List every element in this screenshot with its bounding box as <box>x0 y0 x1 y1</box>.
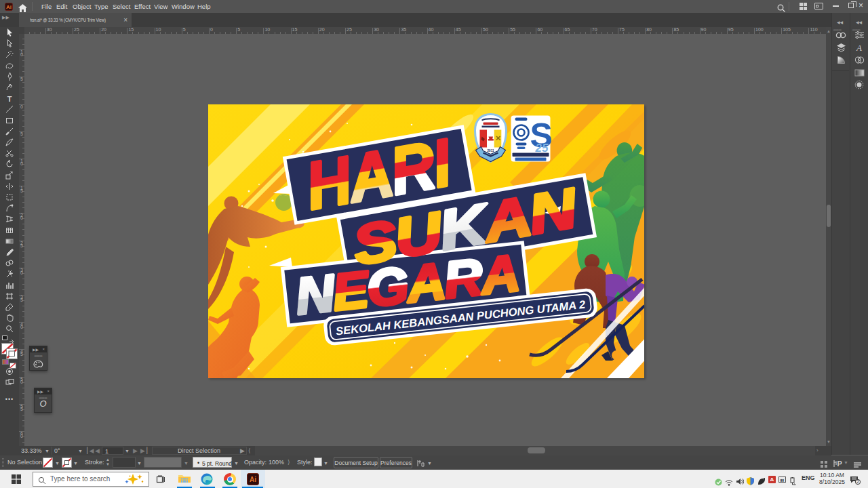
svg-text:2011: 2011 <box>487 149 494 152</box>
svg-text:25: 25 <box>534 141 548 154</box>
svg-text:2: 2 <box>856 479 859 484</box>
svg-text:P: P <box>837 460 842 468</box>
